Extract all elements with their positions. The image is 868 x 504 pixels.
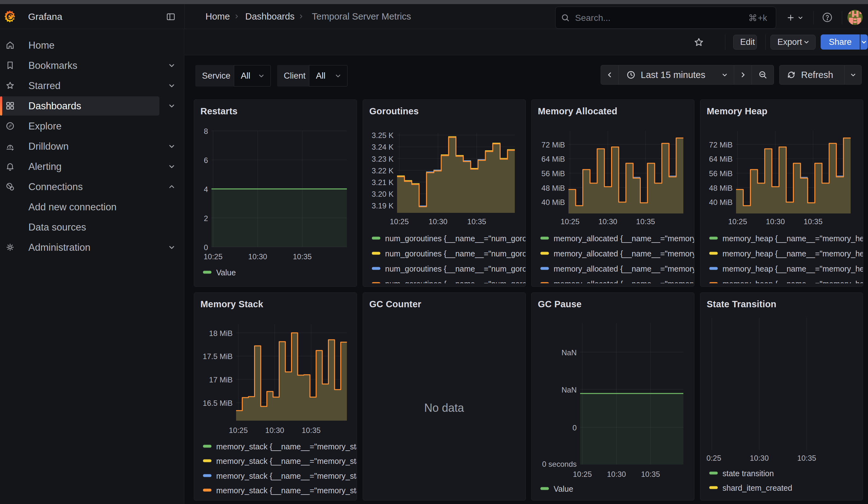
svg-text:18 MiB: 18 MiB: [209, 329, 232, 338]
svg-text:10:25: 10:25: [573, 470, 592, 479]
svg-text:Restarts: Restarts: [200, 106, 238, 116]
svg-text:4: 4: [204, 185, 208, 194]
svg-text:10:30: 10:30: [248, 252, 267, 261]
svg-text:num_goroutines {__name__="num_: num_goroutines {__name__="num_goroutines…: [385, 279, 526, 287]
svg-text:memory_heap {__name__="memory_: memory_heap {__name__="memory_heap", ins…: [723, 279, 863, 287]
svg-text:10:35: 10:35: [467, 217, 486, 226]
svg-text:10:25: 10:25: [702, 454, 721, 462]
svg-text:64 MiB: 64 MiB: [709, 155, 733, 163]
svg-text:40 MiB: 40 MiB: [709, 198, 733, 207]
svg-text:memory_stack {__name__="memory: memory_stack {__name__="memory_stack", i…: [216, 457, 357, 465]
svg-text:16.5 MiB: 16.5 MiB: [203, 399, 232, 407]
svg-text:Memory Stack: Memory Stack: [200, 299, 264, 309]
svg-text:10:35: 10:35: [804, 217, 823, 226]
svg-text:Value: Value: [554, 484, 573, 493]
svg-text:56 MiB: 56 MiB: [709, 169, 733, 178]
svg-text:memory_stack {__name__="memory: memory_stack {__name__="memory_stack", i…: [216, 486, 357, 495]
svg-text:72 MiB: 72 MiB: [541, 141, 565, 149]
svg-text:10:30: 10:30: [766, 217, 785, 226]
svg-text:3.24 K: 3.24 K: [372, 143, 394, 151]
svg-text:10:35: 10:35: [636, 217, 655, 226]
svg-text:2: 2: [204, 214, 208, 223]
svg-text:memory_allocated {__name__="me: memory_allocated {__name__="memory_alloc…: [554, 234, 694, 243]
svg-text:NaN: NaN: [561, 348, 577, 357]
svg-text:3.22 K: 3.22 K: [372, 166, 394, 175]
svg-text:memory_stack {__name__="memory: memory_stack {__name__="memory_stack", i…: [216, 472, 357, 480]
svg-text:48 MiB: 48 MiB: [709, 184, 733, 192]
svg-text:Memory Heap: Memory Heap: [707, 106, 767, 116]
svg-text:memory_allocated {__name__="me: memory_allocated {__name__="memory_alloc…: [554, 264, 694, 273]
svg-text:10:25: 10:25: [390, 217, 409, 226]
svg-text:10:25: 10:25: [204, 252, 223, 261]
svg-text:0: 0: [204, 243, 208, 252]
svg-text:10:25: 10:25: [728, 217, 747, 226]
svg-text:10:30: 10:30: [750, 454, 768, 462]
svg-text:10:30: 10:30: [265, 426, 284, 434]
svg-text:State Transition: State Transition: [707, 299, 776, 309]
svg-text:56 MiB: 56 MiB: [541, 169, 565, 178]
svg-text:memory_heap {__name__="memory_: memory_heap {__name__="memory_heap", ins…: [723, 264, 863, 273]
svg-text:num_goroutines {__name__="num_: num_goroutines {__name__="num_goroutines…: [385, 249, 526, 258]
svg-text:memory_stack {__name__="memory: memory_stack {__name__="memory_stack", i…: [216, 442, 357, 451]
svg-text:10:30: 10:30: [598, 217, 617, 226]
svg-text:memory_heap {__name__="memory_: memory_heap {__name__="memory_heap", ins…: [723, 234, 863, 243]
svg-text:3.23 K: 3.23 K: [372, 155, 394, 163]
svg-text:Value: Value: [216, 268, 236, 277]
svg-text:17 MiB: 17 MiB: [209, 376, 232, 384]
svg-text:num_goroutines {__name__="num_: num_goroutines {__name__="num_goroutines…: [385, 234, 526, 243]
svg-text:17.5 MiB: 17.5 MiB: [203, 352, 232, 361]
svg-text:10:30: 10:30: [428, 217, 447, 226]
svg-text:memory_allocated {__name__="me: memory_allocated {__name__="memory_alloc…: [554, 249, 694, 258]
svg-text:10:35: 10:35: [797, 454, 816, 462]
svg-text:8: 8: [204, 127, 208, 135]
svg-text:64 MiB: 64 MiB: [541, 155, 565, 163]
svg-text:3.25 K: 3.25 K: [372, 131, 394, 140]
svg-text:6: 6: [204, 156, 208, 165]
svg-text:10:35: 10:35: [302, 426, 321, 434]
svg-text:10:35: 10:35: [641, 470, 660, 479]
svg-text:40 MiB: 40 MiB: [541, 198, 565, 207]
svg-text:3.21 K: 3.21 K: [372, 178, 394, 187]
svg-text:state transition: state transition: [723, 469, 774, 478]
svg-text:num_goroutines {__name__="num_: num_goroutines {__name__="num_goroutines…: [385, 264, 526, 273]
svg-text:memory_heap {__name__="memory_: memory_heap {__name__="memory_heap", ins…: [723, 249, 863, 258]
svg-text:10:30: 10:30: [607, 470, 626, 479]
svg-text:10:25: 10:25: [560, 217, 579, 226]
svg-text:shard_item_created: shard_item_created: [723, 483, 792, 492]
svg-text:NaN: NaN: [561, 385, 577, 394]
svg-text:0 seconds: 0 seconds: [542, 460, 577, 468]
svg-text:0: 0: [572, 423, 577, 432]
svg-text:10:25: 10:25: [229, 426, 248, 434]
svg-text:Memory Allocated: Memory Allocated: [538, 106, 617, 116]
svg-text:GC Pause: GC Pause: [538, 299, 582, 309]
svg-text:3.19 K: 3.19 K: [372, 202, 394, 210]
svg-text:72 MiB: 72 MiB: [709, 141, 733, 149]
svg-text:48 MiB: 48 MiB: [541, 184, 565, 192]
svg-text:10:35: 10:35: [293, 252, 312, 261]
svg-text:3.20 K: 3.20 K: [372, 190, 394, 198]
svg-text:No data: No data: [424, 401, 464, 414]
svg-text:GC Counter: GC Counter: [369, 299, 421, 309]
svg-text:Goroutines: Goroutines: [369, 106, 419, 116]
svg-text:memory_allocated {__name__="me: memory_allocated {__name__="memory_alloc…: [554, 279, 694, 287]
